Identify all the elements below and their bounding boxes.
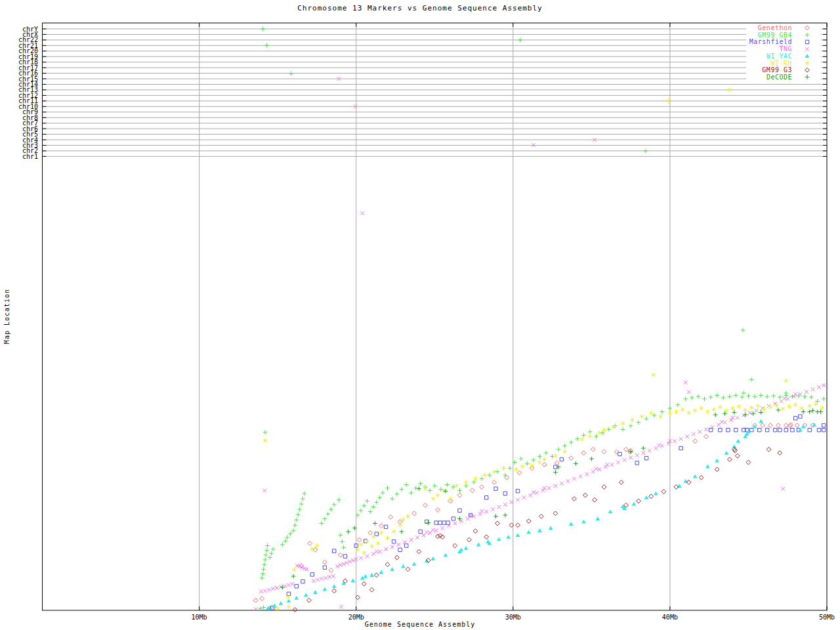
data-point — [457, 516, 462, 521]
data-point — [668, 411, 672, 415]
data-point — [271, 587, 275, 591]
data-point — [719, 429, 722, 432]
data-point — [488, 473, 492, 478]
data-point — [335, 564, 339, 568]
data-point — [516, 533, 520, 537]
data-point — [320, 521, 324, 526]
data-point — [385, 486, 390, 490]
data-point — [339, 563, 343, 567]
data-point — [537, 454, 542, 459]
data-point — [693, 474, 698, 478]
data-point — [341, 545, 346, 550]
x-axis-title: Genome Sequence Assembly — [0, 621, 840, 628]
data-point — [624, 447, 629, 452]
data-point — [262, 489, 266, 493]
data-point — [339, 605, 343, 609]
legend-label: GM99 G3 — [762, 66, 792, 74]
data-point — [497, 537, 501, 541]
data-point — [269, 551, 274, 556]
data-point — [374, 573, 379, 578]
data-point — [621, 427, 625, 432]
y-tick-label: chr1 — [22, 153, 38, 160]
data-point — [508, 466, 513, 471]
data-point — [657, 444, 661, 448]
data-point — [602, 485, 606, 490]
data-point — [417, 549, 421, 554]
data-point — [362, 503, 366, 508]
data-point — [553, 470, 558, 474]
data-point — [444, 553, 448, 557]
data-point — [822, 396, 826, 401]
data-point — [542, 463, 547, 467]
data-point — [453, 522, 457, 526]
y-axis-title: Map Location — [3, 289, 10, 344]
data-point — [343, 555, 346, 558]
data-point — [598, 467, 602, 471]
data-point — [641, 446, 646, 451]
data-point — [637, 499, 641, 503]
scatter-layer — [253, 27, 826, 612]
data-point — [291, 582, 295, 586]
data-point — [329, 507, 333, 512]
data-point — [749, 406, 753, 410]
data-point — [368, 509, 373, 514]
data-point — [736, 439, 741, 443]
data-point — [759, 419, 763, 423]
data-point — [438, 521, 442, 524]
data-point — [730, 406, 734, 411]
data-point — [323, 560, 327, 564]
data-point — [543, 486, 547, 490]
data-point — [494, 514, 498, 518]
data-point — [588, 434, 592, 439]
data-point — [644, 457, 648, 460]
data-point — [503, 513, 507, 518]
data-point — [289, 72, 293, 76]
data-point — [333, 549, 336, 553]
x-tick-label: 20Mb — [348, 614, 364, 621]
data-point — [537, 460, 541, 465]
data-point — [364, 574, 368, 578]
data-point — [676, 402, 681, 407]
data-point — [817, 429, 820, 432]
data-point — [566, 479, 570, 483]
data-point — [693, 408, 697, 413]
data-point — [370, 544, 374, 549]
data-point — [741, 328, 746, 333]
data-point — [724, 451, 729, 455]
data-point — [649, 411, 653, 415]
data-point — [737, 404, 741, 409]
data-point — [735, 453, 740, 458]
data-point — [575, 436, 579, 441]
data-point — [346, 530, 350, 534]
data-point — [704, 428, 708, 432]
data-point — [734, 429, 738, 432]
data-point — [810, 408, 815, 413]
data-point — [294, 596, 299, 600]
data-point — [395, 555, 400, 560]
data-point — [713, 413, 718, 417]
data-point — [467, 537, 472, 542]
data-point — [668, 406, 673, 411]
data-point — [541, 489, 545, 493]
data-point — [784, 423, 788, 428]
data-point — [379, 570, 384, 574]
data-point — [727, 457, 732, 462]
data-point — [287, 583, 291, 587]
data-point — [683, 396, 688, 401]
data-point — [305, 568, 309, 572]
data-point — [687, 390, 691, 394]
data-point — [275, 586, 279, 590]
data-point — [329, 568, 333, 573]
data-point — [608, 509, 613, 513]
data-point — [271, 547, 276, 552]
data-point — [720, 420, 724, 424]
data-point — [750, 429, 753, 432]
data-point — [417, 486, 421, 491]
data-point — [428, 488, 432, 493]
data-point — [692, 432, 696, 436]
data-point — [292, 568, 296, 572]
data-point — [514, 467, 518, 472]
data-point — [562, 444, 567, 448]
data-point — [434, 521, 438, 524]
data-point — [677, 484, 682, 488]
